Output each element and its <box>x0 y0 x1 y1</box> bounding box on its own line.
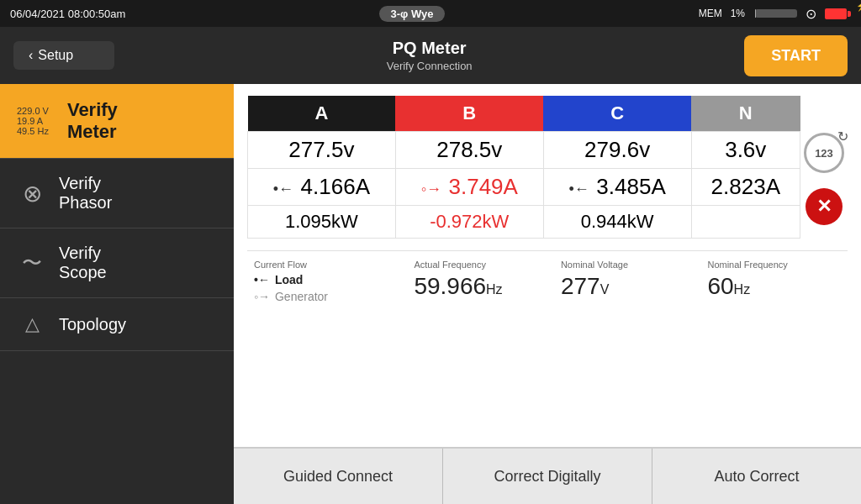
current-flow-label: Current Flow <box>254 260 400 270</box>
status-bar: 06/04/2021 08:00:50am 3-φ Wye MEM 1% ⊙ ⚡ <box>0 0 861 27</box>
generator-label: Generator <box>275 290 328 303</box>
sidebar-item-topology[interactable]: △ Topology <box>0 297 234 350</box>
battery-tip <box>848 11 851 17</box>
back-label: Setup <box>38 48 73 63</box>
battery-body <box>825 8 847 19</box>
header-title: PQ Meter <box>387 39 473 58</box>
active-label-line2: Meter <box>67 121 118 143</box>
nominal-voltage-value: 277V <box>561 273 695 300</box>
current-arrow-c: •← <box>569 181 589 197</box>
refresh-icon: ↻ <box>837 129 848 144</box>
actual-frequency-cell: Actual Frequency 59.966Hz <box>407 256 554 303</box>
gen-arrow-icon: ◦→ <box>254 290 270 303</box>
phasor-label: Verify Phasor <box>59 174 112 213</box>
nominal-voltage-label: Nominal Voltage <box>561 260 695 270</box>
phasor-icon: ⊗ <box>17 180 47 207</box>
voltage-n: 3.6v <box>691 132 800 169</box>
nominal-freq-label: Nominal Frequency <box>707 260 841 270</box>
phase-header-c: C <box>543 96 691 132</box>
meta-freq: 49.5 Hz <box>17 126 49 136</box>
badges-column: 123 ↻ ✕ <box>804 133 844 225</box>
mem-label: MEM <box>699 8 722 19</box>
current-arrow-b: ◦→ <box>421 181 441 197</box>
topology-label: Topology <box>59 315 126 334</box>
main: 229.0 V 19.9 A 49.5 Hz Verify Meter ⊗ Ve… <box>0 84 861 504</box>
datetime-text: 06/04/2021 08:00:50am <box>10 8 125 20</box>
back-chevron-icon: ‹ <box>29 48 33 63</box>
sidebar-item-verify-phasor[interactable]: ⊗ Verify Phasor <box>0 158 234 228</box>
mem-bar-fill <box>755 9 756 18</box>
battery-icon: ⚡ <box>825 8 851 19</box>
status-right: MEM 1% ⊙ ⚡ <box>699 6 851 22</box>
topology-icon: △ <box>17 313 47 335</box>
current-arrow-a: •← <box>273 181 293 197</box>
guided-connect-button[interactable]: Guided Connect <box>234 449 443 504</box>
measurement-area: A B C N 277.5v 278.5v 279.6v 3.6v <box>234 84 861 447</box>
nominal-freq-value: 60Hz <box>707 273 841 300</box>
phase-header-n: N <box>691 96 800 132</box>
phase-header-b: B <box>395 96 543 132</box>
back-button[interactable]: ‹ Setup <box>13 41 114 70</box>
error-badge[interactable]: ✕ <box>806 188 843 225</box>
correct-digitally-button[interactable]: Correct Digitally <box>443 449 652 504</box>
info-row: Current Flow •← Load ◦→ Generator Actual… <box>247 250 848 307</box>
error-icon: ✕ <box>816 196 832 218</box>
sidebar-item-verify-meter[interactable]: 229.0 V 19.9 A 49.5 Hz Verify Meter <box>0 84 234 158</box>
battery-charge-icon: ⚡ <box>856 1 861 12</box>
load-indicator: •← Load <box>254 273 400 286</box>
voltage-b: 278.5v <box>395 132 543 169</box>
current-n: 2.823A <box>691 169 800 206</box>
current-row: •← 4.166A ◦→ 3.749A •← 3.485A <box>248 169 800 206</box>
nominal-voltage-cell: Nominal Voltage 277V <box>554 256 701 303</box>
mem-percent: 1% <box>731 8 745 19</box>
status-mode: 3-φ Wye <box>379 6 446 22</box>
meta-voltage: 229.0 V <box>17 106 49 116</box>
header: ‹ Setup PQ Meter Verify Connection START <box>0 27 861 84</box>
header-title-block: PQ Meter Verify Connection <box>387 39 473 72</box>
power-c: 0.944kW <box>543 206 691 239</box>
bottom-bar: Guided Connect Correct Digitally Auto Co… <box>234 447 861 504</box>
meta-current: 19.9 A <box>17 116 49 126</box>
load-label: Load <box>275 273 303 286</box>
current-a: •← 4.166A <box>248 169 396 206</box>
actual-freq-label: Actual Frequency <box>414 260 547 270</box>
scope-label: Verify Scope <box>59 244 107 282</box>
start-button[interactable]: START <box>744 35 848 76</box>
auto-correct-button[interactable]: Auto Correct <box>652 449 861 504</box>
voltage-c: 279.6v <box>543 132 691 169</box>
phase-sequence-badge[interactable]: 123 ↻ <box>804 133 844 173</box>
power-n <box>691 206 800 239</box>
active-label: Verify Meter <box>67 99 118 143</box>
content: A B C N 277.5v 278.5v 279.6v 3.6v <box>234 84 861 504</box>
status-datetime: 06/04/2021 08:00:50am <box>10 8 125 20</box>
load-arrow-icon: •← <box>254 273 270 286</box>
header-subtitle: Verify Connection <box>387 60 473 72</box>
sidebar: 229.0 V 19.9 A 49.5 Hz Verify Meter ⊗ Ve… <box>0 84 234 504</box>
sidebar-item-verify-scope[interactable]: 〜 Verify Scope <box>0 228 234 297</box>
power-a: 1.095kW <box>248 206 396 239</box>
voltage-a: 277.5v <box>248 132 396 169</box>
sidebar-meta: 229.0 V 19.9 A 49.5 Hz <box>17 106 49 136</box>
nominal-frequency-cell: Nominal Frequency 60Hz <box>700 256 848 303</box>
current-c: •← 3.485A <box>543 169 691 206</box>
generator-indicator: ◦→ Generator <box>254 290 400 303</box>
phase-header-a: A <box>248 96 396 132</box>
power-row: 1.095kW -0.972kW 0.944kW <box>248 206 800 239</box>
power-b: -0.972kW <box>395 206 543 239</box>
phase-table: A B C N 277.5v 278.5v 279.6v 3.6v <box>247 96 800 239</box>
current-b: ◦→ 3.749A <box>395 169 543 206</box>
phase-sequence-label: 123 <box>815 147 833 160</box>
table-container: A B C N 277.5v 278.5v 279.6v 3.6v <box>247 96 848 239</box>
current-flow-cell: Current Flow •← Load ◦→ Generator <box>247 256 407 307</box>
scope-icon: 〜 <box>17 249 47 276</box>
wifi-icon: ⊙ <box>806 6 816 22</box>
mem-bar <box>755 9 797 18</box>
sidebar-spacer <box>0 350 234 504</box>
voltage-row: 277.5v 278.5v 279.6v 3.6v <box>248 132 800 169</box>
actual-freq-value: 59.966Hz <box>414 273 547 300</box>
active-label-line1: Verify <box>67 99 118 121</box>
